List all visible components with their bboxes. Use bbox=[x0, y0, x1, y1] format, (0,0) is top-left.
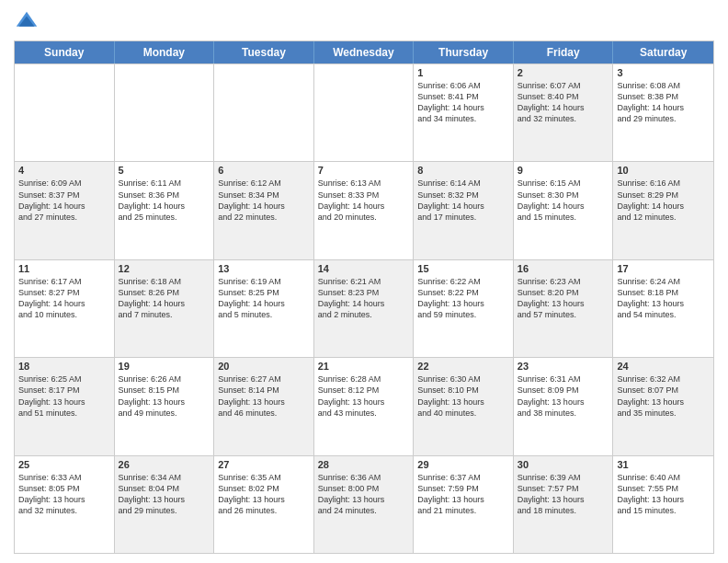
calendar-cell-day-22: 22Sunrise: 6:30 AM Sunset: 8:10 PM Dayli… bbox=[414, 358, 514, 454]
calendar-body: 1Sunrise: 6:06 AM Sunset: 8:41 PM Daylig… bbox=[15, 63, 713, 553]
day-number: 3 bbox=[617, 67, 710, 78]
day-number: 29 bbox=[417, 459, 509, 470]
calendar-header: SundayMondayTuesdayWednesdayThursdayFrid… bbox=[15, 41, 713, 63]
calendar-cell-day-10: 10Sunrise: 6:16 AM Sunset: 8:29 PM Dayli… bbox=[613, 162, 713, 259]
day-number: 4 bbox=[18, 165, 110, 176]
day-info: Sunrise: 6:07 AM Sunset: 8:40 PM Dayligh… bbox=[518, 80, 609, 125]
calendar-cell-day-20: 20Sunrise: 6:27 AM Sunset: 8:14 PM Dayli… bbox=[214, 358, 314, 454]
day-info: Sunrise: 6:21 AM Sunset: 8:23 PM Dayligh… bbox=[318, 276, 410, 321]
day-number: 31 bbox=[617, 459, 710, 470]
calendar-cell-day-16: 16Sunrise: 6:23 AM Sunset: 8:20 PM Dayli… bbox=[514, 260, 614, 357]
day-info: Sunrise: 6:27 AM Sunset: 8:14 PM Dayligh… bbox=[218, 373, 310, 419]
day-number: 2 bbox=[518, 67, 609, 78]
day-info: Sunrise: 6:06 AM Sunset: 8:41 PM Dayligh… bbox=[417, 80, 509, 125]
calendar-row-2: 4Sunrise: 6:09 AM Sunset: 8:37 PM Daylig… bbox=[15, 161, 713, 259]
calendar-cell-day-9: 9Sunrise: 6:15 AM Sunset: 8:30 PM Daylig… bbox=[514, 162, 614, 259]
day-number: 6 bbox=[218, 165, 310, 176]
day-info: Sunrise: 6:18 AM Sunset: 8:26 PM Dayligh… bbox=[119, 276, 210, 321]
day-number: 11 bbox=[18, 263, 110, 274]
day-info: Sunrise: 6:39 AM Sunset: 7:57 PM Dayligh… bbox=[518, 472, 609, 517]
day-info: Sunrise: 6:30 AM Sunset: 8:10 PM Dayligh… bbox=[417, 373, 509, 419]
day-number: 14 bbox=[318, 263, 410, 274]
calendar-cell-empty bbox=[314, 64, 415, 161]
day-info: Sunrise: 6:17 AM Sunset: 8:27 PM Dayligh… bbox=[18, 276, 110, 321]
calendar-cell-empty bbox=[15, 64, 115, 161]
day-info: Sunrise: 6:22 AM Sunset: 8:22 PM Dayligh… bbox=[417, 276, 509, 321]
day-info: Sunrise: 6:14 AM Sunset: 8:32 PM Dayligh… bbox=[417, 178, 509, 223]
calendar-row-5: 25Sunrise: 6:33 AM Sunset: 8:05 PM Dayli… bbox=[15, 455, 713, 553]
day-number: 24 bbox=[617, 361, 710, 372]
day-number: 20 bbox=[218, 361, 310, 372]
day-number: 18 bbox=[18, 361, 110, 372]
day-number: 16 bbox=[518, 263, 609, 274]
day-number: 17 bbox=[617, 263, 710, 274]
calendar-cell-day-11: 11Sunrise: 6:17 AM Sunset: 8:27 PM Dayli… bbox=[15, 260, 115, 357]
day-number: 19 bbox=[119, 361, 210, 372]
day-number: 25 bbox=[18, 459, 110, 470]
logo bbox=[14, 9, 43, 35]
calendar: SundayMondayTuesdayWednesdayThursdayFrid… bbox=[14, 40, 714, 554]
day-info: Sunrise: 6:40 AM Sunset: 7:55 PM Dayligh… bbox=[617, 472, 710, 517]
weekday-header-monday: Monday bbox=[115, 41, 215, 63]
day-number: 12 bbox=[119, 263, 210, 274]
header bbox=[14, 9, 714, 35]
day-info: Sunrise: 6:15 AM Sunset: 8:30 PM Dayligh… bbox=[518, 178, 609, 223]
day-info: Sunrise: 6:26 AM Sunset: 8:15 PM Dayligh… bbox=[119, 373, 210, 419]
day-info: Sunrise: 6:36 AM Sunset: 8:00 PM Dayligh… bbox=[318, 472, 410, 517]
calendar-cell-day-13: 13Sunrise: 6:19 AM Sunset: 8:25 PM Dayli… bbox=[214, 260, 314, 357]
day-info: Sunrise: 6:35 AM Sunset: 8:02 PM Dayligh… bbox=[218, 472, 310, 517]
day-number: 27 bbox=[218, 459, 310, 470]
calendar-cell-day-3: 3Sunrise: 6:08 AM Sunset: 8:38 PM Daylig… bbox=[613, 64, 713, 161]
day-info: Sunrise: 6:13 AM Sunset: 8:33 PM Dayligh… bbox=[318, 178, 410, 223]
day-number: 5 bbox=[119, 165, 210, 176]
calendar-cell-day-26: 26Sunrise: 6:34 AM Sunset: 8:04 PM Dayli… bbox=[115, 456, 215, 553]
day-info: Sunrise: 6:12 AM Sunset: 8:34 PM Dayligh… bbox=[218, 178, 310, 223]
calendar-cell-day-18: 18Sunrise: 6:25 AM Sunset: 8:17 PM Dayli… bbox=[15, 358, 115, 454]
day-number: 1 bbox=[417, 67, 509, 78]
calendar-cell-day-29: 29Sunrise: 6:37 AM Sunset: 7:59 PM Dayli… bbox=[414, 456, 514, 553]
day-info: Sunrise: 6:32 AM Sunset: 8:07 PM Dayligh… bbox=[617, 373, 710, 419]
calendar-cell-day-12: 12Sunrise: 6:18 AM Sunset: 8:26 PM Dayli… bbox=[115, 260, 215, 357]
calendar-cell-day-14: 14Sunrise: 6:21 AM Sunset: 8:23 PM Dayli… bbox=[314, 260, 415, 357]
calendar-cell-day-25: 25Sunrise: 6:33 AM Sunset: 8:05 PM Dayli… bbox=[15, 456, 115, 553]
day-number: 7 bbox=[318, 165, 410, 176]
calendar-cell-day-24: 24Sunrise: 6:32 AM Sunset: 8:07 PM Dayli… bbox=[613, 358, 713, 454]
day-info: Sunrise: 6:28 AM Sunset: 8:12 PM Dayligh… bbox=[318, 373, 410, 419]
calendar-cell-day-15: 15Sunrise: 6:22 AM Sunset: 8:22 PM Dayli… bbox=[414, 260, 514, 357]
day-info: Sunrise: 6:34 AM Sunset: 8:04 PM Dayligh… bbox=[119, 472, 210, 517]
weekday-header-tuesday: Tuesday bbox=[214, 41, 314, 63]
day-info: Sunrise: 6:16 AM Sunset: 8:29 PM Dayligh… bbox=[617, 178, 710, 223]
calendar-cell-day-4: 4Sunrise: 6:09 AM Sunset: 8:37 PM Daylig… bbox=[15, 162, 115, 259]
calendar-row-4: 18Sunrise: 6:25 AM Sunset: 8:17 PM Dayli… bbox=[15, 357, 713, 454]
day-info: Sunrise: 6:08 AM Sunset: 8:38 PM Dayligh… bbox=[617, 80, 710, 125]
day-number: 22 bbox=[417, 361, 509, 372]
calendar-cell-day-17: 17Sunrise: 6:24 AM Sunset: 8:18 PM Dayli… bbox=[613, 260, 713, 357]
logo-icon bbox=[14, 9, 40, 35]
weekday-header-thursday: Thursday bbox=[414, 41, 514, 63]
calendar-cell-day-21: 21Sunrise: 6:28 AM Sunset: 8:12 PM Dayli… bbox=[314, 358, 415, 454]
day-info: Sunrise: 6:25 AM Sunset: 8:17 PM Dayligh… bbox=[18, 373, 110, 419]
day-info: Sunrise: 6:33 AM Sunset: 8:05 PM Dayligh… bbox=[18, 472, 110, 517]
day-number: 21 bbox=[318, 361, 410, 372]
day-info: Sunrise: 6:37 AM Sunset: 7:59 PM Dayligh… bbox=[417, 472, 509, 517]
calendar-cell-empty bbox=[115, 64, 215, 161]
day-number: 26 bbox=[119, 459, 210, 470]
calendar-cell-empty bbox=[214, 64, 314, 161]
day-info: Sunrise: 6:19 AM Sunset: 8:25 PM Dayligh… bbox=[218, 276, 310, 321]
calendar-cell-day-7: 7Sunrise: 6:13 AM Sunset: 8:33 PM Daylig… bbox=[314, 162, 415, 259]
weekday-header-wednesday: Wednesday bbox=[314, 41, 415, 63]
day-number: 15 bbox=[417, 263, 509, 274]
day-number: 23 bbox=[518, 361, 609, 372]
day-number: 10 bbox=[617, 165, 710, 176]
page: SundayMondayTuesdayWednesdayThursdayFrid… bbox=[0, 0, 728, 563]
day-number: 30 bbox=[518, 459, 609, 470]
day-info: Sunrise: 6:09 AM Sunset: 8:37 PM Dayligh… bbox=[18, 178, 110, 223]
day-info: Sunrise: 6:24 AM Sunset: 8:18 PM Dayligh… bbox=[617, 276, 710, 321]
calendar-cell-day-1: 1Sunrise: 6:06 AM Sunset: 8:41 PM Daylig… bbox=[414, 64, 514, 161]
day-info: Sunrise: 6:23 AM Sunset: 8:20 PM Dayligh… bbox=[518, 276, 609, 321]
calendar-cell-day-6: 6Sunrise: 6:12 AM Sunset: 8:34 PM Daylig… bbox=[214, 162, 314, 259]
weekday-header-friday: Friday bbox=[514, 41, 614, 63]
calendar-cell-day-19: 19Sunrise: 6:26 AM Sunset: 8:15 PM Dayli… bbox=[115, 358, 215, 454]
calendar-cell-day-8: 8Sunrise: 6:14 AM Sunset: 8:32 PM Daylig… bbox=[414, 162, 514, 259]
day-number: 8 bbox=[417, 165, 509, 176]
